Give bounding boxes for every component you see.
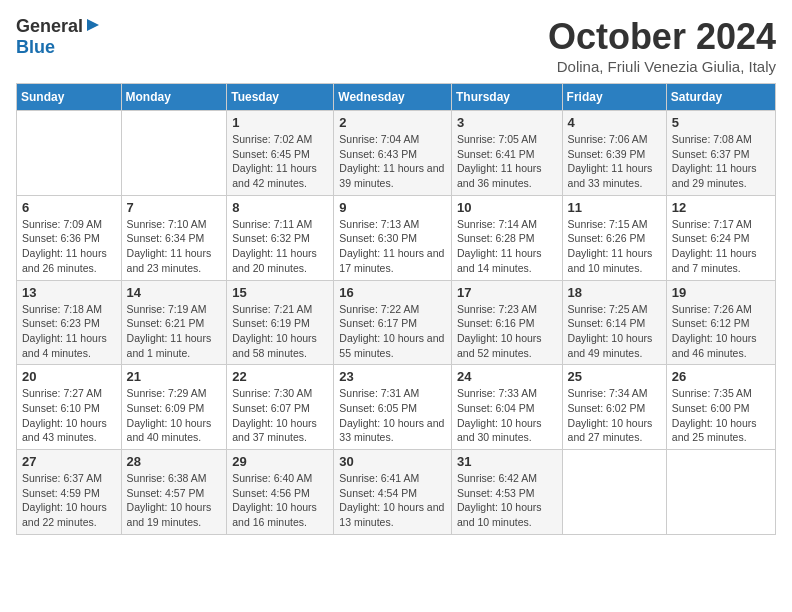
day-info: Sunrise: 7:04 AMSunset: 6:43 PMDaylight:… [339, 132, 446, 191]
day-info: Sunrise: 6:40 AMSunset: 4:56 PMDaylight:… [232, 471, 328, 530]
calendar-cell: 29Sunrise: 6:40 AMSunset: 4:56 PMDayligh… [227, 450, 334, 535]
day-number: 3 [457, 115, 557, 130]
calendar-cell: 17Sunrise: 7:23 AMSunset: 6:16 PMDayligh… [451, 280, 562, 365]
day-info: Sunrise: 7:21 AMSunset: 6:19 PMDaylight:… [232, 302, 328, 361]
logo-text-general: General [16, 16, 83, 37]
day-header-tuesday: Tuesday [227, 84, 334, 111]
day-info: Sunrise: 7:09 AMSunset: 6:36 PMDaylight:… [22, 217, 116, 276]
calendar-week-row: 6Sunrise: 7:09 AMSunset: 6:36 PMDaylight… [17, 195, 776, 280]
day-info: Sunrise: 7:25 AMSunset: 6:14 PMDaylight:… [568, 302, 661, 361]
calendar-cell: 25Sunrise: 7:34 AMSunset: 6:02 PMDayligh… [562, 365, 666, 450]
day-number: 11 [568, 200, 661, 215]
day-number: 18 [568, 285, 661, 300]
calendar-cell: 20Sunrise: 7:27 AMSunset: 6:10 PMDayligh… [17, 365, 122, 450]
calendar-cell: 6Sunrise: 7:09 AMSunset: 6:36 PMDaylight… [17, 195, 122, 280]
calendar-week-row: 20Sunrise: 7:27 AMSunset: 6:10 PMDayligh… [17, 365, 776, 450]
day-info: Sunrise: 7:31 AMSunset: 6:05 PMDaylight:… [339, 386, 446, 445]
logo: General Blue [16, 16, 101, 58]
day-info: Sunrise: 7:02 AMSunset: 6:45 PMDaylight:… [232, 132, 328, 191]
day-header-monday: Monday [121, 84, 227, 111]
calendar-cell: 21Sunrise: 7:29 AMSunset: 6:09 PMDayligh… [121, 365, 227, 450]
calendar-cell: 26Sunrise: 7:35 AMSunset: 6:00 PMDayligh… [666, 365, 775, 450]
day-number: 28 [127, 454, 222, 469]
location: Dolina, Friuli Venezia Giulia, Italy [548, 58, 776, 75]
calendar-cell: 4Sunrise: 7:06 AMSunset: 6:39 PMDaylight… [562, 111, 666, 196]
day-number: 22 [232, 369, 328, 384]
month-title: October 2024 [548, 16, 776, 58]
calendar-header-row: SundayMondayTuesdayWednesdayThursdayFrid… [17, 84, 776, 111]
day-info: Sunrise: 7:22 AMSunset: 6:17 PMDaylight:… [339, 302, 446, 361]
calendar-cell: 24Sunrise: 7:33 AMSunset: 6:04 PMDayligh… [451, 365, 562, 450]
day-info: Sunrise: 7:17 AMSunset: 6:24 PMDaylight:… [672, 217, 770, 276]
calendar-table: SundayMondayTuesdayWednesdayThursdayFrid… [16, 83, 776, 535]
day-header-friday: Friday [562, 84, 666, 111]
calendar-cell [121, 111, 227, 196]
day-number: 7 [127, 200, 222, 215]
calendar-cell: 3Sunrise: 7:05 AMSunset: 6:41 PMDaylight… [451, 111, 562, 196]
day-info: Sunrise: 7:14 AMSunset: 6:28 PMDaylight:… [457, 217, 557, 276]
calendar-cell: 16Sunrise: 7:22 AMSunset: 6:17 PMDayligh… [334, 280, 452, 365]
svg-marker-0 [87, 19, 99, 31]
day-header-sunday: Sunday [17, 84, 122, 111]
day-number: 12 [672, 200, 770, 215]
calendar-cell: 10Sunrise: 7:14 AMSunset: 6:28 PMDayligh… [451, 195, 562, 280]
day-number: 24 [457, 369, 557, 384]
calendar-cell: 23Sunrise: 7:31 AMSunset: 6:05 PMDayligh… [334, 365, 452, 450]
day-number: 29 [232, 454, 328, 469]
calendar-cell: 18Sunrise: 7:25 AMSunset: 6:14 PMDayligh… [562, 280, 666, 365]
day-number: 16 [339, 285, 446, 300]
day-number: 30 [339, 454, 446, 469]
calendar-cell: 14Sunrise: 7:19 AMSunset: 6:21 PMDayligh… [121, 280, 227, 365]
calendar-cell: 28Sunrise: 6:38 AMSunset: 4:57 PMDayligh… [121, 450, 227, 535]
day-header-thursday: Thursday [451, 84, 562, 111]
calendar-week-row: 27Sunrise: 6:37 AMSunset: 4:59 PMDayligh… [17, 450, 776, 535]
day-number: 25 [568, 369, 661, 384]
calendar-cell [666, 450, 775, 535]
calendar-week-row: 13Sunrise: 7:18 AMSunset: 6:23 PMDayligh… [17, 280, 776, 365]
day-info: Sunrise: 7:08 AMSunset: 6:37 PMDaylight:… [672, 132, 770, 191]
day-number: 20 [22, 369, 116, 384]
day-number: 10 [457, 200, 557, 215]
day-number: 26 [672, 369, 770, 384]
day-number: 19 [672, 285, 770, 300]
day-info: Sunrise: 6:37 AMSunset: 4:59 PMDaylight:… [22, 471, 116, 530]
day-info: Sunrise: 6:41 AMSunset: 4:54 PMDaylight:… [339, 471, 446, 530]
day-info: Sunrise: 7:27 AMSunset: 6:10 PMDaylight:… [22, 386, 116, 445]
calendar-cell: 2Sunrise: 7:04 AMSunset: 6:43 PMDaylight… [334, 111, 452, 196]
day-number: 5 [672, 115, 770, 130]
calendar-cell: 12Sunrise: 7:17 AMSunset: 6:24 PMDayligh… [666, 195, 775, 280]
day-number: 27 [22, 454, 116, 469]
day-info: Sunrise: 7:10 AMSunset: 6:34 PMDaylight:… [127, 217, 222, 276]
day-info: Sunrise: 7:35 AMSunset: 6:00 PMDaylight:… [672, 386, 770, 445]
day-info: Sunrise: 6:42 AMSunset: 4:53 PMDaylight:… [457, 471, 557, 530]
day-number: 6 [22, 200, 116, 215]
page-header: General Blue October 2024 Dolina, Friuli… [16, 16, 776, 75]
day-number: 13 [22, 285, 116, 300]
title-block: October 2024 Dolina, Friuli Venezia Giul… [548, 16, 776, 75]
day-number: 9 [339, 200, 446, 215]
day-number: 2 [339, 115, 446, 130]
logo-arrow-icon [85, 17, 101, 37]
day-number: 21 [127, 369, 222, 384]
calendar-cell: 8Sunrise: 7:11 AMSunset: 6:32 PMDaylight… [227, 195, 334, 280]
day-info: Sunrise: 7:33 AMSunset: 6:04 PMDaylight:… [457, 386, 557, 445]
day-info: Sunrise: 7:15 AMSunset: 6:26 PMDaylight:… [568, 217, 661, 276]
day-number: 14 [127, 285, 222, 300]
logo-text-blue: Blue [16, 37, 55, 57]
day-info: Sunrise: 7:11 AMSunset: 6:32 PMDaylight:… [232, 217, 328, 276]
calendar-cell: 22Sunrise: 7:30 AMSunset: 6:07 PMDayligh… [227, 365, 334, 450]
calendar-cell: 27Sunrise: 6:37 AMSunset: 4:59 PMDayligh… [17, 450, 122, 535]
day-info: Sunrise: 7:26 AMSunset: 6:12 PMDaylight:… [672, 302, 770, 361]
calendar-cell [17, 111, 122, 196]
calendar-cell [562, 450, 666, 535]
calendar-cell: 11Sunrise: 7:15 AMSunset: 6:26 PMDayligh… [562, 195, 666, 280]
day-info: Sunrise: 7:18 AMSunset: 6:23 PMDaylight:… [22, 302, 116, 361]
day-number: 15 [232, 285, 328, 300]
day-info: Sunrise: 7:34 AMSunset: 6:02 PMDaylight:… [568, 386, 661, 445]
calendar-cell: 30Sunrise: 6:41 AMSunset: 4:54 PMDayligh… [334, 450, 452, 535]
day-number: 31 [457, 454, 557, 469]
day-info: Sunrise: 7:13 AMSunset: 6:30 PMDaylight:… [339, 217, 446, 276]
day-number: 4 [568, 115, 661, 130]
day-header-saturday: Saturday [666, 84, 775, 111]
calendar-week-row: 1Sunrise: 7:02 AMSunset: 6:45 PMDaylight… [17, 111, 776, 196]
